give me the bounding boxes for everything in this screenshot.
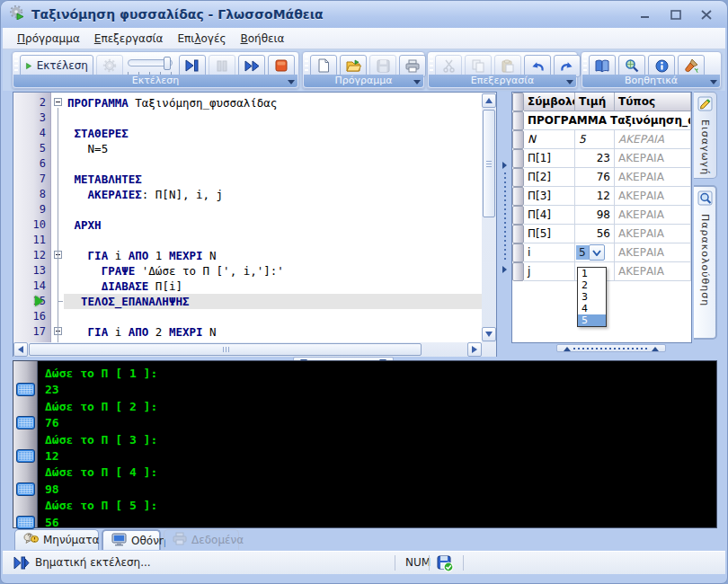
step-button[interactable] <box>179 55 206 77</box>
row-header[interactable] <box>512 243 524 262</box>
copy-button[interactable] <box>465 55 492 77</box>
line-number: 12 <box>13 248 46 263</box>
scroll-right-button[interactable] <box>467 342 482 357</box>
row-header[interactable] <box>512 168 524 187</box>
column-header-2[interactable]: Τύπος <box>615 93 691 111</box>
combo-selected-value[interactable]: 5 <box>576 245 589 260</box>
row-header[interactable] <box>512 93 524 111</box>
editor-horizontal-scrollbar[interactable] <box>13 342 482 357</box>
line-number: 9 <box>13 202 46 217</box>
menu-item-3[interactable]: Βοήθεια <box>233 30 291 48</box>
dropdown-option-5[interactable]: 5 <box>578 314 606 326</box>
type-cell: ΑΚΕΡΑΙΑ <box>615 243 691 262</box>
vertical-scroll-thumb[interactable] <box>483 110 495 217</box>
value-cell: 76 <box>575 168 615 187</box>
type-cell: ΑΚΕΡΑΙΑ <box>615 206 691 225</box>
pencil-icon <box>697 96 713 115</box>
symbol-cell: Π[1] <box>524 149 575 168</box>
tab-messages[interactable]: Μηνύματα <box>14 529 99 550</box>
info-button[interactable] <box>648 55 675 77</box>
tab-data[interactable]: Δεδομένα <box>164 529 239 550</box>
row-header[interactable] <box>512 111 524 130</box>
dropdown-option-4[interactable]: 4 <box>578 303 606 314</box>
row-header[interactable] <box>512 130 524 149</box>
line-number: 4 <box>13 126 46 141</box>
paste-button[interactable] <box>494 55 521 77</box>
menu-item-2[interactable]: Επιλογές <box>171 30 234 48</box>
group-options-arrow[interactable] <box>413 80 421 84</box>
open-file-button[interactable] <box>340 55 367 77</box>
code-line: ΤΕΛΟΣ_ΕΠΑΝΑΛΗΨΗΣ <box>64 294 482 309</box>
stop-button[interactable] <box>268 55 295 77</box>
watch-collapse-handle[interactable] <box>556 344 666 352</box>
row-header[interactable] <box>512 187 524 206</box>
tab-screen[interactable]: Οθόνη <box>102 529 161 550</box>
dropdown-option-1[interactable]: 1 <box>578 268 606 279</box>
close-button[interactable] <box>695 6 718 22</box>
column-header-1[interactable]: Τιμή <box>575 93 615 111</box>
keyboard-input-icon <box>16 482 35 496</box>
run-fast-button[interactable] <box>238 55 265 77</box>
side-tab-insert[interactable]: Εισαγωγή <box>694 92 717 179</box>
group-options-arrow[interactable] <box>710 80 717 84</box>
status-message: Βηματική εκτέλεση... <box>35 556 151 569</box>
value-cell: 12 <box>575 187 615 206</box>
horizontal-scroll-thumb[interactable] <box>29 343 422 356</box>
print-button[interactable] <box>399 55 426 77</box>
format-brush-button[interactable] <box>678 55 705 77</box>
speed-slider[interactable] <box>126 55 176 77</box>
menu-item-1[interactable]: Επεξεργασία <box>87 30 171 48</box>
scroll-down-button[interactable] <box>482 327 496 341</box>
scroll-up-button[interactable] <box>482 93 496 108</box>
new-file-button[interactable] <box>310 55 337 77</box>
group-options-arrow[interactable] <box>566 80 573 84</box>
row-header[interactable] <box>512 206 524 225</box>
combo-dropdown-button[interactable] <box>589 244 605 261</box>
symbol-cell: Π[2] <box>524 168 575 187</box>
toolbar-grip[interactable] <box>583 56 587 74</box>
dropdown-option-2[interactable]: 2 <box>578 279 606 291</box>
editor-fold-column <box>52 93 64 342</box>
fold-toggle-icon[interactable] <box>54 98 62 106</box>
value-cell: 98 <box>575 206 615 225</box>
code-line: ΜΕΤΑΒΛΗΤΕΣ <box>64 172 482 187</box>
minimize-button[interactable] <box>634 6 657 22</box>
menu-item-0[interactable]: Πρόγραμμα <box>10 30 87 48</box>
toolbar-group-2: Επεξεργασία <box>427 51 578 89</box>
row-header[interactable] <box>512 149 524 168</box>
editor-watch-splitter[interactable] <box>501 92 510 343</box>
scroll-left-button[interactable] <box>13 342 28 357</box>
pause-button[interactable] <box>209 55 235 77</box>
console-prompt-line: Δώσε το Π [ 2 ]: <box>45 398 713 415</box>
maximize-button[interactable] <box>664 6 688 22</box>
cut-button[interactable] <box>435 55 462 77</box>
settings-button[interactable] <box>96 55 123 77</box>
redo-button[interactable] <box>554 55 581 77</box>
run-button[interactable]: Εκτέλεση <box>20 55 93 77</box>
code-line: ΣΤΑΘΕΡΕΣ <box>64 126 482 141</box>
side-tab-watch[interactable]: Παρακολούθηση <box>694 185 717 340</box>
search-button[interactable] <box>618 55 645 77</box>
console-input-line: 98 <box>45 481 713 498</box>
run-button-label: Εκτέλεση <box>37 59 88 72</box>
code-line <box>64 233 482 248</box>
dropdown-option-3[interactable]: 3 <box>578 291 606 303</box>
watch-row-Π[2]: Π[2]76ΑΚΕΡΑΙΑ <box>512 168 691 187</box>
editor-code-area[interactable]: ΠΡΟΓΡΑΜΜΑ Ταξινόμηση_φυσσαλίδας ΣΤΑΘΕΡΕΣ… <box>64 93 482 342</box>
undo-button[interactable] <box>524 55 551 77</box>
code-editor[interactable]: 234567891011121314151617 ΠΡΟΓΡΑΜΜΑ Ταξιν… <box>13 92 497 357</box>
editor-vertical-scrollbar[interactable] <box>482 93 496 342</box>
group-options-arrow[interactable] <box>288 80 295 84</box>
toolbar-grip[interactable] <box>14 56 18 74</box>
column-header-0[interactable]: Σύμβολο <box>524 93 575 111</box>
line-number: 11 <box>13 233 46 248</box>
row-header[interactable] <box>512 262 524 281</box>
toolbar-grip[interactable] <box>305 56 308 74</box>
help-book-button[interactable] <box>589 55 616 77</box>
row-header[interactable] <box>512 225 524 243</box>
toolbar-grip[interactable] <box>430 56 433 74</box>
fold-guide-line <box>58 108 58 342</box>
window-title: Ταξινόμηση φυσσαλίδας - ΓλωσσοΜάθεια <box>31 7 626 22</box>
save-file-button[interactable] <box>369 55 396 77</box>
code-line: ΓΡΑΨΕ 'Δώσε το Π [', i,']:' <box>64 263 482 279</box>
